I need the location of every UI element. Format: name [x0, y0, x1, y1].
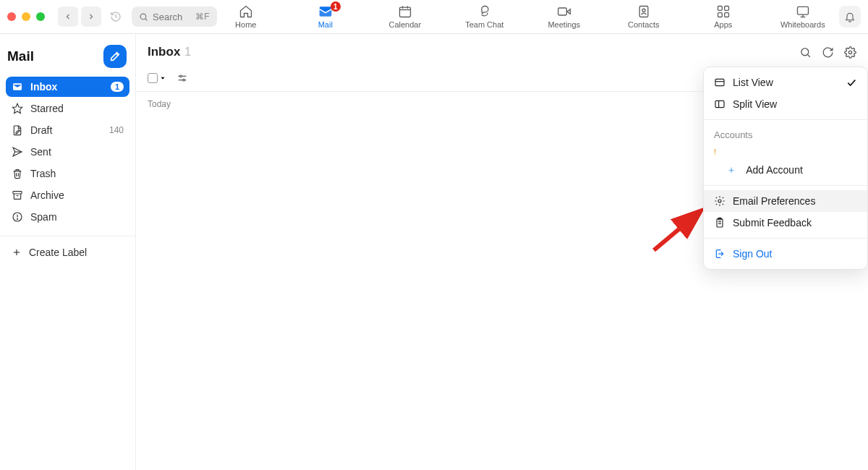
sign-out-icon — [714, 248, 726, 260]
svg-rect-20 — [13, 192, 22, 194]
select-all[interactable] — [148, 73, 166, 83]
maximize-window-button[interactable] — [36, 12, 45, 21]
draft-icon — [12, 124, 23, 136]
svg-point-39 — [718, 200, 721, 202]
search-input[interactable]: Search ⌘F — [132, 7, 217, 27]
filter-icon[interactable] — [176, 72, 188, 84]
menu-label: List View — [733, 77, 773, 88]
settings-gear-icon[interactable] — [844, 46, 856, 59]
folder-spam[interactable]: Spam — [6, 207, 129, 227]
svg-point-24 — [17, 218, 17, 219]
menu-sign-out[interactable]: Sign Out — [704, 243, 867, 265]
trash-icon — [12, 168, 23, 179]
header-actions — [799, 46, 856, 59]
folder-label: Inbox — [30, 81, 103, 93]
whiteboard-icon — [796, 4, 810, 19]
folder-sent[interactable]: Sent — [6, 142, 129, 162]
split-view-icon — [714, 98, 726, 110]
menu-label: Sign Out — [733, 248, 772, 260]
plus-icon — [12, 247, 22, 257]
apps-icon — [716, 4, 731, 19]
menu-list-view[interactable]: List View — [704, 72, 867, 93]
search-shortcut: ⌘F — [195, 12, 209, 22]
tab-contacts[interactable]: Contacts — [616, 4, 672, 29]
create-label-text: Create Label — [29, 247, 87, 258]
folder-label: Draft — [30, 124, 102, 136]
folder-label: Spam — [30, 211, 124, 223]
close-window-button[interactable] — [7, 12, 16, 21]
tab-mail[interactable]: 1 Mail — [297, 4, 354, 29]
folder-count: 1 — [111, 82, 124, 92]
svg-point-8 — [642, 9, 645, 12]
mail-icon: 1 — [318, 4, 333, 19]
archive-icon — [12, 189, 23, 201]
main: Mail Inbox 1 Starred — [0, 34, 868, 470]
menu-label: Split View — [733, 98, 777, 110]
menu-label: Add Account — [746, 164, 803, 176]
search-icon[interactable] — [799, 46, 812, 59]
menu-divider — [704, 238, 867, 239]
select-all-checkbox[interactable] — [148, 73, 158, 83]
minimize-window-button[interactable] — [22, 12, 30, 21]
list-view-icon — [714, 77, 726, 88]
svg-marker-30 — [161, 77, 165, 80]
spam-icon — [12, 211, 23, 223]
menu-email-preferences[interactable]: Email Preferences — [704, 190, 867, 212]
menu-submit-feedback[interactable]: Submit Feedback — [704, 212, 867, 234]
svg-marker-16 — [12, 103, 22, 113]
tab-meetings[interactable]: Meetings — [536, 4, 592, 29]
folder-label: Archive — [30, 189, 124, 201]
svg-rect-11 — [718, 13, 722, 17]
tab-label: Home — [235, 20, 256, 29]
nav-back-button[interactable] — [58, 7, 78, 27]
nav-forward-button[interactable] — [81, 7, 101, 27]
folder-trash[interactable]: Trash — [6, 163, 129, 184]
menu-add-account[interactable]: + Add Account — [704, 159, 867, 181]
tab-calendar[interactable]: Calendar — [377, 4, 433, 29]
menu-divider — [704, 119, 867, 120]
sidebar-title: Mail — [7, 48, 34, 64]
content: Inbox 1 Today — [136, 34, 868, 470]
tab-home[interactable]: Home — [218, 4, 274, 29]
svg-rect-13 — [797, 7, 808, 14]
tab-apps[interactable]: Apps — [695, 4, 752, 29]
tab-label: Calendar — [388, 20, 421, 29]
svg-point-29 — [848, 51, 851, 54]
svg-line-28 — [808, 54, 810, 56]
top-tabs: Home 1 Mail Calendar Team Chat Meeti — [217, 4, 832, 29]
topbar: Search ⌘F Home 1 Mail Calendar — [0, 0, 868, 34]
tab-whiteboards[interactable]: Whiteboards — [775, 4, 831, 29]
content-header: Inbox 1 — [136, 34, 868, 67]
svg-rect-37 — [715, 101, 724, 107]
content-title: Inbox — [148, 45, 180, 59]
search-icon — [139, 12, 148, 22]
contacts-icon — [637, 4, 651, 19]
folder-starred[interactable]: Starred — [6, 98, 129, 119]
inbox-icon — [12, 81, 23, 93]
svg-point-34 — [183, 79, 185, 81]
svg-point-0 — [140, 14, 146, 20]
menu-split-view[interactable]: Split View — [704, 93, 867, 115]
account-warning: ! — [704, 140, 867, 159]
folder-archive[interactable]: Archive — [6, 185, 129, 205]
folder-label: Starred — [30, 103, 124, 114]
tab-team-chat[interactable]: Team Chat — [456, 4, 513, 29]
create-label-button[interactable]: Create Label — [0, 242, 135, 262]
compose-button[interactable] — [103, 45, 127, 68]
menu-label: Submit Feedback — [733, 217, 812, 228]
menu-divider — [704, 185, 867, 186]
chat-icon — [477, 4, 492, 19]
refresh-icon[interactable] — [822, 46, 834, 59]
nav-arrows — [58, 7, 101, 27]
tab-label: Meetings — [548, 20, 580, 29]
svg-rect-9 — [718, 7, 722, 11]
folder-inbox[interactable]: Inbox 1 — [6, 77, 129, 97]
notifications-button[interactable] — [839, 6, 861, 27]
history-button[interactable] — [106, 7, 126, 27]
folder-label: Trash — [30, 168, 124, 179]
video-icon — [557, 4, 571, 19]
clipboard-icon — [714, 217, 726, 228]
folder-draft[interactable]: Draft 140 — [6, 120, 129, 140]
tab-label: Contacts — [628, 20, 659, 29]
window-controls — [7, 12, 52, 21]
